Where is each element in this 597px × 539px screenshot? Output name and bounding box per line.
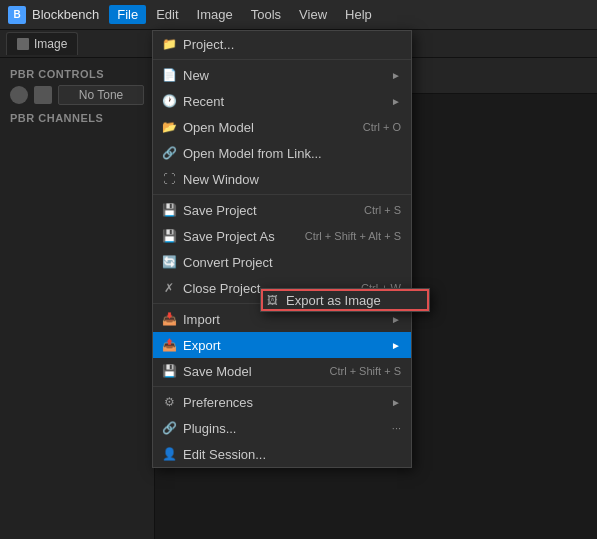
open-model-label: Open Model: [183, 120, 357, 135]
pbr-circle-icon: [10, 86, 28, 104]
import-label: Import: [183, 312, 381, 327]
menubar: File Edit Image Tools View Help: [109, 5, 380, 24]
project-icon: 📁: [161, 36, 177, 52]
new-label: New: [183, 68, 381, 83]
menu-convert[interactable]: 🔄 Convert Project: [153, 249, 411, 275]
menu-image[interactable]: Image: [189, 5, 241, 24]
recent-arrow: ►: [391, 96, 401, 107]
divider-2: [153, 194, 411, 195]
export-arrow: ►: [391, 340, 401, 351]
preferences-label: Preferences: [183, 395, 381, 410]
open-link-label: Open Model from Link...: [183, 146, 401, 161]
new-icon: 📄: [161, 67, 177, 83]
new-window-label: New Window: [183, 172, 401, 187]
pbr-controls-title: PBR CONTROLS: [0, 64, 154, 82]
convert-label: Convert Project: [183, 255, 401, 270]
tab-image-icon: [17, 38, 29, 50]
new-arrow: ►: [391, 70, 401, 81]
menu-save-project[interactable]: 💾 Save Project Ctrl + S: [153, 197, 411, 223]
export-label: Export: [183, 338, 381, 353]
import-arrow: ►: [391, 314, 401, 325]
menu-file[interactable]: File: [109, 5, 146, 24]
new-window-icon: ⛶: [161, 171, 177, 187]
open-model-icon: 📂: [161, 119, 177, 135]
save-project-icon: 💾: [161, 202, 177, 218]
menu-save-project-as[interactable]: 💾 Save Project As Ctrl + Shift + Alt + S: [153, 223, 411, 249]
menu-save-model[interactable]: 💾 Save Model Ctrl + Shift + S: [153, 358, 411, 384]
recent-label: Recent: [183, 94, 381, 109]
menu-export[interactable]: 📤 Export ►: [153, 332, 411, 358]
app-logo: B: [8, 6, 26, 24]
menu-new[interactable]: 📄 New ►: [153, 62, 411, 88]
save-model-label: Save Model: [183, 364, 323, 379]
import-icon: 📥: [161, 311, 177, 327]
open-link-icon: 🔗: [161, 145, 177, 161]
preferences-icon: ⚙: [161, 394, 177, 410]
recent-icon: 🕐: [161, 93, 177, 109]
save-project-as-shortcut: Ctrl + Shift + Alt + S: [305, 230, 401, 242]
menu-tools[interactable]: Tools: [243, 5, 289, 24]
export-as-image[interactable]: 🖼 Export as Image: [261, 289, 429, 311]
convert-icon: 🔄: [161, 254, 177, 270]
app-title: Blockbench: [32, 7, 99, 22]
file-dropdown: 📁 Project... 📄 New ► 🕐 Recent ► 📂 Open M…: [152, 30, 412, 468]
pbr-controls-row: No Tone: [0, 82, 154, 108]
tab-image[interactable]: Image: [6, 32, 78, 55]
preferences-arrow: ►: [391, 397, 401, 408]
menu-help[interactable]: Help: [337, 5, 380, 24]
menu-project[interactable]: 📁 Project...: [153, 31, 411, 57]
plugins-icon: 🔗: [161, 420, 177, 436]
menu-new-window[interactable]: ⛶ New Window: [153, 166, 411, 192]
menu-recent[interactable]: 🕐 Recent ►: [153, 88, 411, 114]
no-tone-button[interactable]: No Tone: [58, 85, 144, 105]
export-image-icon: 🖼: [264, 292, 280, 308]
export-image-label: Export as Image: [286, 293, 381, 308]
save-model-icon: 💾: [161, 363, 177, 379]
edit-session-label: Edit Session...: [183, 447, 401, 462]
save-project-label: Save Project: [183, 203, 358, 218]
tab-image-label: Image: [34, 37, 67, 51]
pbr-square-icon: [34, 86, 52, 104]
close-project-icon: ✗: [161, 280, 177, 296]
menu-edit[interactable]: Edit: [148, 5, 186, 24]
save-model-shortcut: Ctrl + Shift + S: [329, 365, 401, 377]
title-bar: B Blockbench File Edit Image Tools View …: [0, 0, 597, 30]
plugins-shortcut: ···: [392, 422, 401, 434]
save-project-shortcut: Ctrl + S: [364, 204, 401, 216]
menu-open-link[interactable]: 🔗 Open Model from Link...: [153, 140, 411, 166]
menu-open-model[interactable]: 📂 Open Model Ctrl + O: [153, 114, 411, 140]
left-panel: PBR CONTROLS No Tone PBR CHANNELS: [0, 58, 155, 539]
open-model-shortcut: Ctrl + O: [363, 121, 401, 133]
menu-edit-session[interactable]: 👤 Edit Session...: [153, 441, 411, 467]
save-project-as-icon: 💾: [161, 228, 177, 244]
menu-view[interactable]: View: [291, 5, 335, 24]
divider-1: [153, 59, 411, 60]
plugins-label: Plugins...: [183, 421, 386, 436]
pbr-channels-title: PBR CHANNELS: [0, 108, 154, 126]
project-label: Project...: [183, 37, 401, 52]
export-submenu: 🖼 Export as Image: [260, 288, 430, 312]
edit-session-icon: 👤: [161, 446, 177, 462]
save-project-as-label: Save Project As: [183, 229, 299, 244]
divider-4: [153, 386, 411, 387]
menu-preferences[interactable]: ⚙ Preferences ►: [153, 389, 411, 415]
export-icon: 📤: [161, 337, 177, 353]
menu-plugins[interactable]: 🔗 Plugins... ···: [153, 415, 411, 441]
